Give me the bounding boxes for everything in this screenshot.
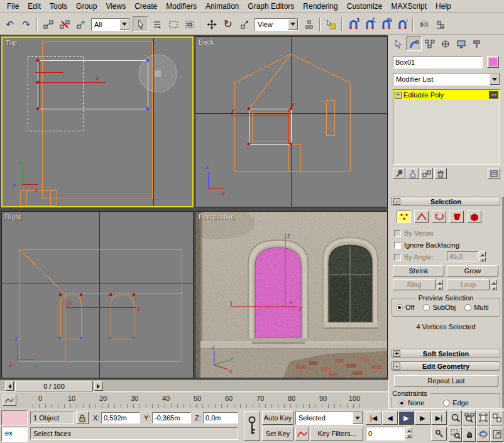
by-angle-checkbox[interactable]: By Angle: xyxy=(394,253,433,261)
ignore-backfacing-checkbox[interactable]: Ignore Backfacing xyxy=(394,241,459,249)
mini-curve-editor-button[interactable] xyxy=(3,395,16,406)
by-vertex-checkbox[interactable]: By Vertex xyxy=(394,229,434,238)
zoom-button[interactable] xyxy=(449,410,462,425)
configure-modifier-sets-button[interactable] xyxy=(488,168,500,179)
menu-group[interactable]: Group xyxy=(72,1,101,12)
track-bar[interactable]: 010 2030 4050 6070 8090 100 xyxy=(0,393,388,408)
viewport-label[interactable]: Back xyxy=(199,38,214,46)
by-angle-spinner[interactable] xyxy=(479,251,486,261)
default-in-out-tangents-button[interactable] xyxy=(295,427,309,440)
pan-button[interactable] xyxy=(463,427,476,442)
viewport-top[interactable]: X y x z Top xyxy=(1,36,194,207)
go-to-end-button[interactable]: ▶| xyxy=(431,411,447,425)
next-frame-button[interactable]: ▶ xyxy=(415,411,430,425)
checkbox-box[interactable] xyxy=(394,242,401,249)
align-button[interactable] xyxy=(432,16,448,32)
time-slider-right-arrow[interactable] xyxy=(94,381,103,391)
object-name-field[interactable]: Box01 xyxy=(393,56,483,68)
remove-modifier-button[interactable] xyxy=(434,168,447,179)
make-unique-button[interactable] xyxy=(420,168,433,179)
soft-selection-rollout-header[interactable]: + Soft Selection xyxy=(392,349,500,358)
tab-hierarchy[interactable] xyxy=(422,36,437,51)
shrink-button[interactable]: Shrink xyxy=(393,265,444,276)
previous-frame-button[interactable]: ◀ xyxy=(382,411,398,425)
unlink-selection-button[interactable] xyxy=(57,16,72,32)
zoom-region-button[interactable] xyxy=(449,427,462,442)
viewport-label[interactable]: Perspective xyxy=(199,213,234,221)
snaps-toggle-button[interactable]: 3 xyxy=(345,16,361,32)
edit-geometry-rollout-header[interactable]: - Edit Geometry xyxy=(392,361,500,371)
redo-button[interactable]: ↷ xyxy=(18,16,34,32)
select-and-move-button[interactable] xyxy=(204,16,219,32)
menu-create[interactable]: Create xyxy=(130,1,162,12)
menu-help[interactable]: Help xyxy=(431,1,456,12)
go-to-start-button[interactable]: |◀ xyxy=(366,411,381,425)
dropdown-arrow-icon[interactable] xyxy=(490,74,500,85)
edge-mode-button[interactable] xyxy=(414,211,429,223)
back-viewport-canvas[interactable]: X Y z x xyxy=(195,37,387,207)
ring-spinner[interactable] xyxy=(437,280,443,290)
show-end-result-button[interactable] xyxy=(407,168,419,179)
preview-subobj-radio[interactable] xyxy=(423,304,430,311)
maxscript-mini-listener[interactable]: :ex xyxy=(1,427,28,442)
auto-key-button[interactable]: Auto Key xyxy=(262,411,293,425)
preview-off-radio[interactable] xyxy=(396,304,403,311)
set-keys-button[interactable] xyxy=(244,411,260,441)
checkbox-box[interactable] xyxy=(394,254,401,261)
use-pivot-center-button[interactable] xyxy=(301,16,317,32)
menu-tools[interactable]: Tools xyxy=(45,1,72,12)
key-mode-dropdown[interactable]: Selected xyxy=(295,411,363,425)
tab-display[interactable] xyxy=(453,36,469,51)
select-and-manipulate-button[interactable] xyxy=(323,16,339,32)
loop-spinner[interactable] xyxy=(491,280,497,290)
maxscript-macro-recorder[interactable] xyxy=(1,410,28,425)
select-and-link-button[interactable] xyxy=(40,16,56,32)
menu-rendering[interactable]: Rendering xyxy=(299,1,342,12)
loop-button[interactable]: Loop xyxy=(447,279,490,290)
viewport-right[interactable]: x y z y x Right xyxy=(1,211,194,378)
zoom-extents-all-button[interactable] xyxy=(490,410,503,425)
time-slider-track[interactable]: 0 / 100 xyxy=(0,380,388,392)
polygon-mode-button[interactable] xyxy=(449,211,464,223)
min-max-toggle-button[interactable] xyxy=(490,427,503,442)
set-key-button[interactable]: Set Key xyxy=(262,427,293,440)
coord-z-field[interactable]: 0,0m xyxy=(203,412,238,424)
menu-edit[interactable]: Edit xyxy=(23,1,45,12)
zoom-extents-button[interactable] xyxy=(476,410,490,425)
window-crossing-toggle[interactable] xyxy=(182,16,197,32)
by-angle-field[interactable]: 45,0 xyxy=(447,251,478,261)
coord-y-field[interactable]: -0,365m xyxy=(152,412,191,424)
tab-create[interactable] xyxy=(390,36,406,51)
preview-multi-radio[interactable] xyxy=(464,304,471,311)
select-and-scale-button[interactable] xyxy=(236,16,252,32)
pin-stack-button[interactable] xyxy=(393,168,405,179)
menu-graph-editors[interactable]: Graph Editors xyxy=(243,1,299,12)
key-filters-button[interactable]: Key Filters... xyxy=(310,427,363,440)
menu-customize[interactable]: Customize xyxy=(342,1,387,12)
repeat-last-button[interactable]: Repeat Last xyxy=(394,375,498,386)
time-slider-handle[interactable]: 0 / 100 xyxy=(15,381,93,391)
object-color-swatch[interactable] xyxy=(487,56,499,68)
menu-animation[interactable]: Animation xyxy=(201,1,243,12)
coord-x-field[interactable]: 0,592m xyxy=(101,412,140,424)
right-viewport-canvas[interactable]: x y z y x xyxy=(2,212,193,378)
arc-rotate-button[interactable] xyxy=(476,427,490,442)
percent-snap-button[interactable]: % xyxy=(378,16,393,32)
selection-lock-toggle[interactable] xyxy=(76,412,89,424)
viewport-label[interactable]: Right xyxy=(5,213,21,221)
angle-snap-button[interactable]: ∠ xyxy=(361,16,377,32)
grow-button[interactable]: Grow xyxy=(447,265,498,276)
selection-filter-dropdown[interactable]: All xyxy=(91,18,130,31)
modifier-stack-list[interactable]: + Editable Poly xyxy=(393,89,500,165)
select-by-name-button[interactable] xyxy=(149,16,165,32)
constraint-edge-radio[interactable] xyxy=(443,400,450,407)
dropdown-arrow-icon[interactable] xyxy=(288,19,298,30)
vertex-mode-button[interactable] xyxy=(397,211,411,223)
play-button[interactable]: ▶ xyxy=(398,411,414,425)
spinner-snap-button[interactable]: ↕ xyxy=(394,16,410,32)
viewport-back[interactable]: X Y z x Back xyxy=(195,36,388,207)
key-mode-toggle-button[interactable] xyxy=(431,427,447,440)
select-object-button[interactable] xyxy=(133,16,148,32)
select-and-rotate-button[interactable]: ↻ xyxy=(220,16,236,32)
checkbox-box[interactable] xyxy=(394,230,401,237)
